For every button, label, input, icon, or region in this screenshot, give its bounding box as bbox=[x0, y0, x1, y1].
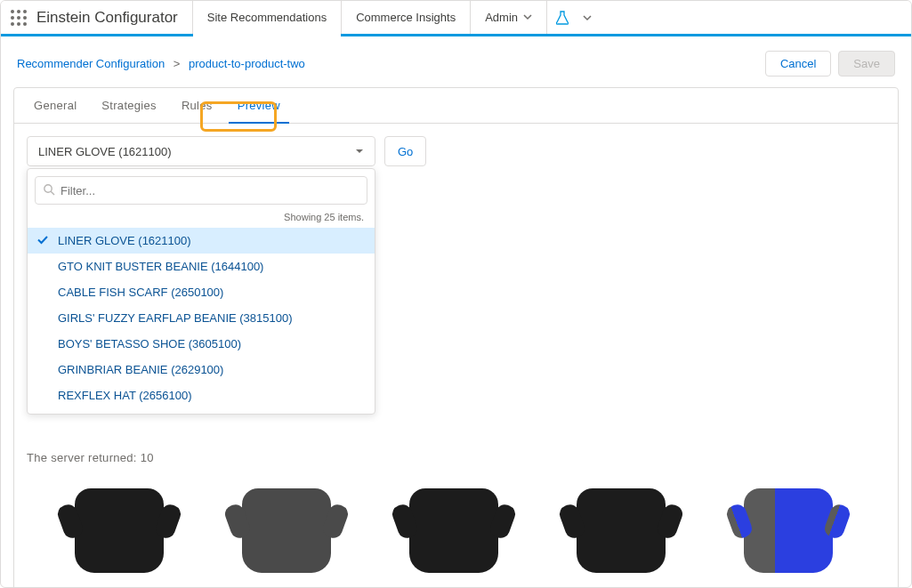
tab-admin[interactable]: Admin bbox=[470, 1, 547, 34]
product-thumbnail[interactable] bbox=[550, 477, 692, 584]
showing-count: Showing 25 items. bbox=[28, 212, 375, 228]
breadcrumb: Recommender Configuration > product-to-p… bbox=[17, 57, 305, 70]
option-item[interactable]: LINER GLOVE (1621100) bbox=[28, 228, 375, 254]
svg-point-2 bbox=[23, 10, 27, 13]
product-thumbnail[interactable] bbox=[717, 477, 860, 584]
svg-point-3 bbox=[11, 16, 14, 20]
option-label: LINER GLOVE (1621100) bbox=[58, 234, 191, 247]
tab-preview[interactable]: Preview bbox=[225, 88, 293, 123]
svg-line-10 bbox=[51, 191, 54, 195]
option-label: BOYS' BETASSO SHOE (3605100) bbox=[58, 337, 241, 350]
check-icon bbox=[36, 233, 49, 248]
option-item[interactable]: GTO KNIT BUSTER BEANIE (1644100) bbox=[28, 254, 375, 279]
save-button: Save bbox=[838, 51, 895, 77]
cancel-button[interactable]: Cancel bbox=[765, 51, 831, 77]
flask-icon[interactable] bbox=[547, 11, 577, 25]
breadcrumb-separator: > bbox=[174, 57, 181, 70]
go-button[interactable]: Go bbox=[384, 136, 426, 166]
tab-general[interactable]: General bbox=[21, 88, 89, 123]
option-item[interactable]: GRINBRIAR BEANIE (2629100) bbox=[28, 357, 375, 383]
option-label: GIRLS' FUZZY EARFLAP BEANIE (3815100) bbox=[58, 311, 293, 325]
svg-point-4 bbox=[17, 16, 20, 20]
search-icon bbox=[43, 183, 55, 198]
breadcrumb-current[interactable]: product-to-product-two bbox=[189, 57, 305, 70]
results-label: The server returned: 10 bbox=[27, 451, 885, 464]
caret-down-icon bbox=[355, 145, 364, 158]
combobox-value: LINER GLOVE (1621100) bbox=[38, 145, 172, 158]
chevron-down-icon bbox=[523, 11, 532, 24]
svg-point-0 bbox=[11, 10, 14, 13]
svg-point-1 bbox=[17, 10, 20, 13]
option-label: GRINBRIAR BEANIE (2629100) bbox=[58, 363, 223, 376]
config-card: General Strategies Rules Preview LINER G… bbox=[13, 87, 899, 588]
product-thumbnail[interactable] bbox=[215, 477, 358, 584]
option-item[interactable]: REXFLEX HAT (2656100) bbox=[28, 383, 375, 408]
option-label: CABLE FISH SCARF (2650100) bbox=[58, 286, 223, 299]
product-dropdown-panel: Showing 25 items. LINER GLOVE (1621100) … bbox=[27, 168, 375, 415]
tab-strategies[interactable]: Strategies bbox=[89, 88, 169, 123]
svg-point-5 bbox=[23, 16, 27, 20]
product-combobox[interactable]: LINER GLOVE (1621100) bbox=[27, 136, 375, 166]
product-results-row bbox=[27, 473, 885, 587]
app-launcher-icon[interactable] bbox=[1, 9, 36, 27]
tab-commerce-insights[interactable]: Commerce Insights bbox=[341, 1, 470, 34]
svg-point-8 bbox=[23, 22, 27, 26]
svg-point-9 bbox=[44, 184, 52, 191]
top-chevron-down-icon[interactable] bbox=[577, 13, 597, 22]
svg-point-7 bbox=[17, 22, 20, 26]
option-item[interactable]: GIRLS' FUZZY EARFLAP BEANIE (3815100) bbox=[28, 305, 375, 331]
option-item[interactable]: BOYS' BETASSO SHOE (3605100) bbox=[28, 331, 375, 357]
tab-rules[interactable]: Rules bbox=[169, 88, 225, 123]
top-nav: Einstein Configurator Site Recommendatio… bbox=[1, 1, 911, 36]
tab-label: Admin bbox=[485, 11, 518, 24]
breadcrumb-root[interactable]: Recommender Configuration bbox=[17, 57, 165, 70]
option-label: GTO KNIT BUSTER BEANIE (1644100) bbox=[58, 260, 263, 273]
option-item[interactable]: CABLE FISH SCARF (2650100) bbox=[28, 279, 375, 305]
filter-input-wrap[interactable] bbox=[35, 176, 367, 205]
product-thumbnail[interactable] bbox=[383, 477, 525, 584]
tab-label: Site Recommendations bbox=[207, 11, 327, 24]
option-label: REXFLEX HAT (2656100) bbox=[58, 389, 192, 402]
product-thumbnail[interactable] bbox=[48, 477, 190, 584]
app-title: Einstein Configurator bbox=[36, 9, 192, 27]
tab-site-recommendations[interactable]: Site Recommendations bbox=[192, 1, 341, 34]
option-list[interactable]: LINER GLOVE (1621100) GTO KNIT BUSTER BE… bbox=[28, 228, 375, 414]
tab-label: Commerce Insights bbox=[356, 11, 456, 24]
sub-tabs: General Strategies Rules Preview bbox=[14, 88, 898, 124]
filter-input[interactable] bbox=[61, 184, 359, 197]
svg-point-6 bbox=[11, 22, 14, 26]
